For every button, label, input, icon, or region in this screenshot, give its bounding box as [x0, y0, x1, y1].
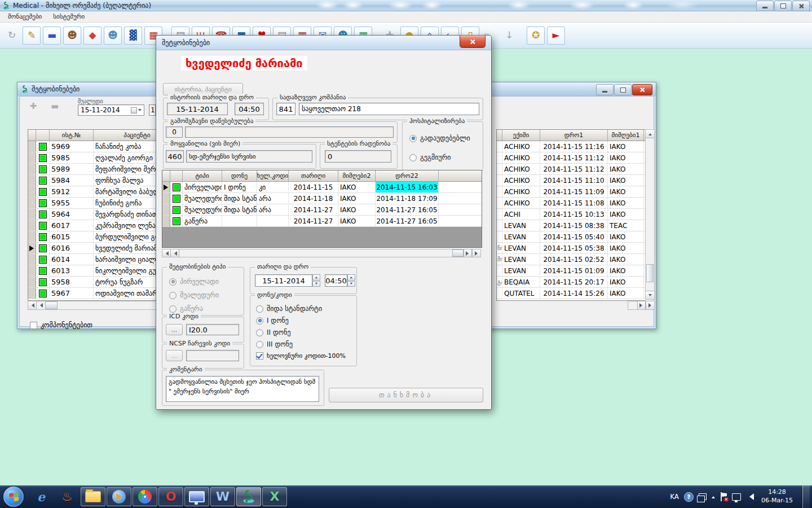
- close-button[interactable]: [792, 1, 810, 11]
- table-row[interactable]: შუალედურიშიდა სტანდ.არა2014-11-27IAKO201…: [162, 204, 482, 216]
- scroll-down-button[interactable]: [646, 291, 654, 299]
- exit-door-icon[interactable]: ►: [547, 27, 565, 45]
- taskbar-opera[interactable]: O: [158, 487, 183, 506]
- table-row[interactable]: გაBEQAIA2014-11-15 20:17IAKO: [497, 277, 646, 288]
- patient-icon[interactable]: ☻: [63, 27, 81, 45]
- table-row[interactable]: LEVAN2014-11-15 01:09IAKO: [497, 265, 646, 277]
- icd-browse-button[interactable]: ...: [166, 324, 183, 335]
- dialog-close-button[interactable]: [460, 36, 486, 48]
- scroll-left-button[interactable]: [171, 249, 179, 257]
- ncsp-browse-button[interactable]: ...: [166, 350, 183, 361]
- level-radio-3[interactable]: III დონე: [256, 340, 293, 348]
- scroll-right-button[interactable]: [464, 249, 472, 257]
- show-desktop-button[interactable]: [802, 485, 810, 508]
- start-button[interactable]: [3, 487, 24, 507]
- table-row[interactable]: LEVAN2014-11-15 08:38TEAC: [497, 220, 646, 231]
- menu-data[interactable]: მონაცემები: [3, 12, 46, 21]
- components-checkbox[interactable]: კომპონენტებით: [30, 321, 92, 329]
- minimize-button[interactable]: [596, 84, 614, 95]
- filter-date-combo[interactable]: 15-11-2014: [78, 104, 144, 116]
- confirm-button[interactable]: თანხმობა: [329, 388, 483, 402]
- table-row[interactable]: ACHIKO2014-11-15 11:08IAKO: [497, 198, 646, 209]
- table-row[interactable]: LEVAN2014-11-15 05:40IAKO: [497, 231, 646, 243]
- scroll-right-button[interactable]: [637, 301, 646, 309]
- minimize-button[interactable]: [756, 1, 774, 11]
- column-header[interactable]: დრო22: [376, 170, 439, 181]
- column-header[interactable]: თარიღი: [289, 170, 338, 181]
- insurance-name-field[interactable]: საყოველთაო 218: [299, 103, 479, 115]
- hospitalization-radio-dot[interactable]: [409, 135, 417, 142]
- components-checkbox-box[interactable]: [30, 322, 37, 329]
- table-row[interactable]: ACHIKO2014-11-15 11:16IAKO: [497, 141, 646, 152]
- show-hidden-icons-button[interactable]: [712, 494, 715, 498]
- hospitalization-radio-dot[interactable]: [409, 154, 417, 161]
- column-header[interactable]: ხელ.კოდი: [257, 170, 289, 181]
- table-row[interactable]: გაწერა2014-11-27IAKO2014-11-27 16:05: [162, 216, 482, 227]
- stents-count-field[interactable]: 0: [325, 150, 391, 163]
- restore-button[interactable]: [774, 1, 792, 11]
- taskbar-word[interactable]: W: [210, 487, 235, 506]
- table-row[interactable]: ACHIKO2014-11-15 11:10IAKO: [497, 175, 646, 186]
- level-radio-dot[interactable]: [256, 317, 263, 325]
- scroll-right-end-button[interactable]: [646, 301, 654, 309]
- add-row-icon[interactable]: ✚: [25, 99, 42, 113]
- table-row[interactable]: ACHI2014-11-15 10:13IAKO: [497, 209, 646, 220]
- scroll-thumb[interactable]: [452, 249, 464, 257]
- taskbar-burning-bin[interactable]: ♨: [55, 487, 80, 506]
- ncsp-code-field[interactable]: [186, 350, 239, 361]
- taskbar-media-player[interactable]: [107, 487, 131, 506]
- date-spinner[interactable]: [312, 274, 320, 287]
- keys-icon[interactable]: ✪: [527, 27, 545, 45]
- scroll-left-button[interactable]: [37, 301, 45, 309]
- history-time-field[interactable]: 04:50: [235, 103, 264, 115]
- xray-icon[interactable]: ▓: [124, 27, 142, 45]
- column-header[interactable]: ისტ.№: [50, 130, 94, 141]
- column-header[interactable]: [36, 130, 50, 141]
- action-center-icon[interactable]: ✕: [720, 492, 727, 501]
- column-header[interactable]: ექიმი: [502, 130, 540, 141]
- table-row[interactable]: პირველადიI დონეკი2014-11-15IAKO2014-11-1…: [162, 182, 482, 193]
- scroll-thumb[interactable]: [646, 264, 654, 282]
- level-radio-0[interactable]: შიდა სტანდარტი: [256, 305, 322, 313]
- help-tray-icon[interactable]: ?: [684, 492, 694, 502]
- level-radio-dot[interactable]: [256, 341, 263, 348]
- history-date-field[interactable]: 15-11-2014: [167, 103, 228, 115]
- table-row[interactable]: ნიLEVAN2014-11-15 05:38IAKO: [497, 243, 646, 254]
- medications-icon[interactable]: ◆: [83, 27, 102, 45]
- time-field[interactable]: 04:50: [325, 274, 347, 287]
- column-header[interactable]: [497, 130, 502, 141]
- column-header[interactable]: მიმღები2: [338, 170, 376, 181]
- table-row[interactable]: ACHIKO2014-11-15 11:12IAKO: [497, 164, 646, 175]
- level-radio-dot[interactable]: [256, 305, 263, 313]
- table-row[interactable]: QUTATEL2014-11-14 15:26IAKO: [497, 288, 646, 299]
- edit-note-icon[interactable]: ✎: [23, 27, 41, 45]
- bed-icon[interactable]: ▬: [43, 27, 61, 45]
- taskbar-chrome[interactable]: [133, 487, 157, 506]
- table-row[interactable]: ACHIKO2014-11-15 11:12IAKO: [497, 152, 646, 164]
- comment-textarea[interactable]: გადმოყვანილია მცხეთის ჯეო ჰოსპიტლიდან სდ…: [166, 376, 319, 402]
- taskbar-ie[interactable]: e: [29, 487, 54, 506]
- language-indicator[interactable]: KA: [670, 493, 679, 501]
- insurance-code-field[interactable]: 841: [276, 103, 295, 115]
- icd-code-field[interactable]: I20.0: [186, 324, 239, 335]
- table-row[interactable]: ACHIKO2014-11-15 11:09IAKO: [497, 186, 646, 198]
- column-header[interactable]: [162, 170, 170, 181]
- table-row[interactable]: მიLEVAN2014-11-15 02:52IAKO: [497, 254, 646, 265]
- remove-row-icon[interactable]: ▬: [46, 99, 63, 113]
- manual-code-checkbox[interactable]: ხელოვნური კოდით-100%: [256, 352, 346, 360]
- table-row[interactable]: შუალედურიშიდა სტანდ.არა2014-11-18IAKO201…: [162, 193, 482, 204]
- brought-by-name-field[interactable]: სდ-ემერჯენსი სერვისი: [186, 150, 312, 163]
- filter-date2-combo-clipped[interactable]: 1: [149, 104, 156, 116]
- time-spinner[interactable]: [347, 274, 355, 287]
- sender-code-field[interactable]: 0: [166, 126, 183, 138]
- hscrollbar-right-end[interactable]: [628, 301, 655, 310]
- taskbar-medical[interactable]: [236, 487, 261, 506]
- level-radio-dot[interactable]: [256, 329, 263, 336]
- restore-button[interactable]: [614, 84, 632, 95]
- scroll-left-end-button[interactable]: [162, 249, 171, 257]
- doctors-grid-vscrollbar[interactable]: [645, 129, 655, 300]
- window-stack-icon[interactable]: [699, 493, 707, 500]
- column-header[interactable]: [28, 130, 36, 141]
- taskbar-remote-desktop[interactable]: [184, 487, 209, 506]
- level-radio-1[interactable]: I დონე: [256, 317, 289, 325]
